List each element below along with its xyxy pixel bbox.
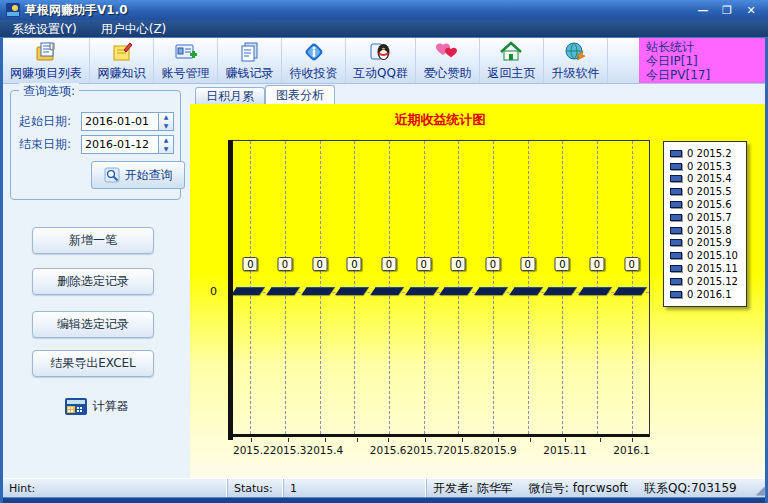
upgrade-icon xyxy=(563,40,587,64)
x-axis-label: 2015.2 xyxy=(233,444,270,458)
x-axis-label: 2015.9 xyxy=(480,444,517,458)
legend-item: 0 2015.2 xyxy=(670,147,738,160)
chart-column: 0 xyxy=(510,141,545,434)
add-record-button[interactable]: 新增一笔 xyxy=(32,227,154,254)
toolbar-money-record-button[interactable]: 赚钱记录 xyxy=(218,38,282,83)
toolbar-home-button[interactable]: 返回主页 xyxy=(480,38,544,83)
chart-column: 0 xyxy=(580,141,615,434)
toolbar-pending-investment-button[interactable]: 待收投资 xyxy=(282,38,346,83)
legend-item: 0 2015.4 xyxy=(670,173,738,186)
x-axis-label xyxy=(343,444,370,458)
x-axis-label xyxy=(587,444,614,458)
chart-column: 0 xyxy=(614,141,649,434)
legend-item: 0 2015.6 xyxy=(670,198,738,211)
toolbar-project-list-button[interactable]: 网赚项目列表 xyxy=(3,38,90,83)
legend-marker-icon xyxy=(670,201,682,208)
tab-daily-accumulation[interactable]: 日积月累 xyxy=(195,87,265,104)
bar xyxy=(232,287,266,295)
legend-item: 0 2015.10 xyxy=(670,249,738,262)
legend-marker-icon xyxy=(670,239,682,246)
edit-record-button[interactable]: 编辑选定记录 xyxy=(32,311,154,338)
status-value: 1 xyxy=(284,479,427,497)
legend-marker-icon xyxy=(670,265,682,272)
start-date-label: 起始日期: xyxy=(19,113,81,130)
maximize-icon[interactable]: ❐ xyxy=(720,4,734,17)
calculator-label: 计算器 xyxy=(93,398,129,415)
menu-system-settings[interactable]: 系统设置(Y) xyxy=(0,20,89,38)
calculator-button[interactable]: 计算器 xyxy=(3,398,190,415)
bar xyxy=(336,287,370,295)
legend-marker-icon xyxy=(670,291,682,298)
query-options-group: 查询选项: 起始日期: ▲▼ 结束日期: ▲▼ 开始查询 xyxy=(10,90,181,200)
app-icon xyxy=(6,3,20,17)
menu-user-center[interactable]: 用户中心(Z) xyxy=(89,20,179,38)
bar-value-label: 0 xyxy=(451,257,466,271)
content-panel: 日积月累 图表分析 近期收益统计图 0 0 0 0 0 0 0 0 0 0 0 … xyxy=(190,84,765,478)
chart-column: 0 xyxy=(337,141,372,434)
menu-bar: 系统设置(Y) 用户中心(Z) xyxy=(0,20,768,38)
legend-marker-icon xyxy=(670,214,682,221)
chart-column: 0 xyxy=(545,141,580,434)
bar-value-label: 0 xyxy=(312,257,327,271)
legend-item: 0 2015.11 xyxy=(670,262,738,275)
toolbar-qq-group-button[interactable]: 互动QQ群 xyxy=(346,38,416,83)
bar xyxy=(405,287,439,295)
chart-column: 0 xyxy=(372,141,407,434)
money-record-icon xyxy=(238,40,262,64)
bar xyxy=(474,287,508,295)
legend-item: 0 2015.8 xyxy=(670,224,738,237)
x-axis-label: 2015.6 xyxy=(370,444,407,458)
stats-today-pv: 今日PV[17] xyxy=(646,68,765,82)
x-axis-label: 2015.7 xyxy=(407,444,444,458)
bar xyxy=(440,287,474,295)
start-date-input[interactable] xyxy=(81,112,159,131)
start-query-button[interactable]: 开始查询 xyxy=(91,161,185,189)
x-axis-label: 2015.8 xyxy=(443,444,480,458)
toolbar-button-label: 返回主页 xyxy=(487,65,535,82)
toolbar-button-label: 待收投资 xyxy=(290,65,338,82)
window-title: 草根网赚助手V1.0 xyxy=(25,2,128,19)
developer-name: 开发者: 陈华军 xyxy=(433,480,513,497)
stats-title: 站长统计 xyxy=(646,40,765,54)
calculator-icon xyxy=(65,398,87,415)
toolbar-upgrade-button[interactable]: 升级软件 xyxy=(544,38,608,83)
minimize-icon[interactable]: — xyxy=(696,4,710,17)
toolbar-account-manage-button[interactable]: 账号管理 xyxy=(154,38,218,83)
legend-item: 0 2015.3 xyxy=(670,160,738,173)
chart-legend: 0 2015.2 0 2015.3 0 2015.4 0 2015.5 0 20… xyxy=(663,141,747,307)
bar xyxy=(370,287,404,295)
toolbar-knowledge-button[interactable]: 网赚知识 xyxy=(90,38,154,83)
tab-chart-analysis[interactable]: 图表分析 xyxy=(265,85,335,104)
legend-marker-icon xyxy=(670,278,682,285)
plot-area: 0 0 0 0 0 0 0 0 0 0 0 0 xyxy=(233,140,650,437)
toolbar-button-label: 网赚知识 xyxy=(98,65,146,82)
bar-value-label: 0 xyxy=(555,257,570,271)
hint-panel: Hint: xyxy=(3,479,228,497)
start-date-spinner[interactable]: ▲▼ xyxy=(159,112,174,131)
qq-group-icon xyxy=(368,40,392,64)
account-manage-icon xyxy=(174,40,198,64)
legend-marker-icon xyxy=(670,188,682,195)
search-icon xyxy=(104,167,120,183)
end-date-spinner[interactable]: ▲▼ xyxy=(159,135,174,154)
bar xyxy=(301,287,335,295)
bar xyxy=(266,287,300,295)
chart-column: 0 xyxy=(476,141,511,434)
toolbar-donate-button[interactable]: 爱心赞助 xyxy=(416,38,480,83)
toolbar-button-label: 网赚项目列表 xyxy=(10,65,82,82)
resize-grip[interactable]: ◢ xyxy=(749,479,765,497)
bar xyxy=(613,287,647,295)
legend-item: 0 2015.5 xyxy=(670,185,738,198)
app-window: 草根网赚助手V1.0 — ❐ ✕ 系统设置(Y) 用户中心(Z) 网赚项目列表 xyxy=(0,0,768,503)
delete-record-button[interactable]: 删除选定记录 xyxy=(32,268,154,295)
export-excel-button[interactable]: 结果导出EXCEL xyxy=(32,350,154,377)
start-query-label: 开始查询 xyxy=(125,167,173,184)
close-icon[interactable]: ✕ xyxy=(744,4,758,17)
bar-value-label: 0 xyxy=(590,257,605,271)
status-label: Status: xyxy=(228,479,284,497)
end-date-input[interactable] xyxy=(81,135,159,154)
toolbar-button-label: 账号管理 xyxy=(162,65,210,82)
bar xyxy=(509,287,543,295)
legend-marker-icon xyxy=(670,175,682,182)
bar-value-label: 0 xyxy=(486,257,501,271)
